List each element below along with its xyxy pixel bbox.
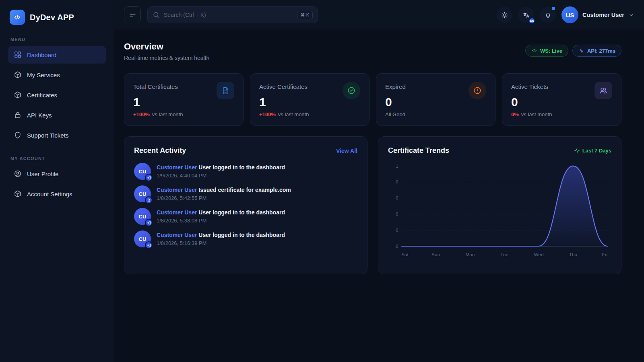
activity-user: Customer User	[157, 232, 197, 238]
avatar-initials: CU	[139, 191, 147, 197]
search-box[interactable]: ⌘ K	[147, 6, 318, 23]
shield-icon	[14, 131, 22, 139]
notifications-button[interactable]	[540, 7, 556, 23]
view-all-link[interactable]: View All	[336, 148, 357, 154]
activity-item[interactable]: CU Customer User User logged in to the d…	[134, 230, 357, 247]
code-logo-icon	[10, 10, 25, 25]
theme-toggle-button[interactable]	[496, 7, 512, 23]
activity-item[interactable]: CU Customer User User logged in to the d…	[134, 163, 357, 180]
stat-delta: 0%	[511, 111, 519, 117]
svg-text:Thu: Thu	[569, 252, 577, 257]
activity-item[interactable]: CU Customer User User logged in to the d…	[134, 208, 357, 225]
activity-action: User logged in to the dashboard	[198, 209, 285, 216]
trends-title: Certificate Trends	[388, 146, 449, 155]
stat-card-expired: Expired 0 All Good	[376, 73, 495, 126]
cube-icon	[14, 71, 22, 79]
stats-row: Total Certificates 1 +100% vs last month…	[124, 73, 621, 126]
stat-card-active-certificates: Active Certificates 1 +100% vs last mont…	[250, 73, 369, 126]
menu-section-label: MENU	[10, 37, 103, 42]
stat-delta-suffix: All Good	[385, 111, 405, 117]
svg-text:Fri: Fri	[602, 252, 608, 257]
trend-chart: 100000SatSunMonTueWedThuFri	[388, 160, 611, 259]
sidebar-item-support-tickets[interactable]: Support Tickets	[8, 126, 106, 144]
stat-value: 1	[133, 95, 234, 109]
page-header: Overview Real-time metrics & system heal…	[124, 41, 621, 61]
menu-toggle-button[interactable]	[124, 6, 141, 23]
sidebar: DyDev APP MENU Dashboard My Services Ce	[0, 0, 114, 362]
activity-list: CU Customer User User logged in to the d…	[134, 163, 357, 247]
recent-activity-title: Recent Activity	[134, 146, 186, 155]
main-nav: Dashboard My Services Certificates API K…	[8, 46, 106, 144]
trends-legend: Last 7 Days	[574, 148, 611, 154]
avatar: CU	[134, 208, 151, 225]
stat-label: Total Certificates	[133, 82, 178, 90]
stat-card-active-tickets: Active Tickets 0 0% vs last month	[502, 73, 621, 126]
app-root: DyDev APP MENU Dashboard My Services Ce	[0, 0, 644, 362]
pulse-icon	[578, 48, 584, 54]
sidebar-item-api-keys[interactable]: API Keys	[8, 106, 106, 124]
sidebar-item-certificates[interactable]: Certificates	[8, 86, 106, 104]
notification-dot	[552, 7, 555, 10]
stat-label: Active Certificates	[259, 82, 308, 90]
page-subtitle: Real-time metrics & system health	[124, 55, 209, 61]
user-name: Customer User	[582, 12, 624, 18]
status-pills: WS: Live API: 277ms	[525, 45, 621, 57]
stat-value: 0	[385, 95, 486, 109]
stat-value: 0	[511, 95, 612, 109]
ws-status-label: WS: Live	[540, 48, 562, 54]
lock-icon	[14, 111, 22, 119]
language-button[interactable]: EN	[518, 7, 534, 23]
sidebar-item-label: My Services	[27, 72, 60, 78]
svg-text:Wed: Wed	[534, 252, 544, 257]
sidebar-item-dashboard[interactable]: Dashboard	[8, 46, 106, 64]
app-logo[interactable]: DyDev APP	[8, 10, 106, 25]
login-icon	[145, 241, 153, 249]
stat-delta-suffix: vs last month	[152, 111, 183, 117]
wifi-icon	[531, 48, 537, 54]
svg-text:Tue: Tue	[500, 252, 508, 257]
activity-action: User logged in to the dashboard	[198, 232, 285, 238]
stat-delta: +100%	[133, 111, 150, 117]
sidebar-item-user-profile[interactable]: User Profile	[8, 165, 106, 183]
bell-icon	[544, 11, 552, 19]
sidebar-item-label: Certificates	[27, 92, 57, 99]
sun-icon	[501, 11, 508, 19]
topbar: ⌘ K EN	[114, 0, 644, 30]
pulse-icon	[574, 148, 580, 154]
sidebar-item-my-services[interactable]: My Services	[8, 66, 106, 84]
api-status-badge[interactable]: API: 277ms	[572, 45, 621, 57]
account-section-label: MY ACCOUNT	[10, 156, 103, 161]
sidebar-item-label: User Profile	[27, 171, 58, 177]
user-menu[interactable]: US Customer User	[561, 6, 634, 23]
page-content: Overview Real-time metrics & system heal…	[114, 30, 644, 362]
activity-time: 1/8/2026, 5:38:08 PM	[157, 218, 285, 224]
certificate-trends-card: Certificate Trends Last 7 Days	[378, 136, 621, 274]
sidebar-item-account-settings[interactable]: Account Settings	[8, 185, 106, 203]
activity-user: Customer User	[157, 164, 197, 171]
trends-legend-label: Last 7 Days	[582, 148, 611, 154]
search-input[interactable]	[164, 12, 293, 18]
search-icon	[153, 11, 160, 19]
user-circle-icon	[14, 170, 22, 178]
chevron-down-icon	[628, 12, 634, 18]
activity-user: Customer User	[157, 209, 197, 216]
hamburger-icon	[129, 11, 136, 19]
stat-delta: +100%	[259, 111, 276, 117]
sidebar-item-label: API Keys	[27, 112, 52, 119]
ws-status-badge[interactable]: WS: Live	[525, 45, 568, 57]
translate-icon	[522, 11, 530, 19]
avatar-initials: CU	[139, 236, 147, 242]
topbar-actions: EN US Customer User	[496, 6, 634, 23]
cube-icon	[14, 91, 22, 99]
sidebar-item-label: Support Tickets	[27, 132, 68, 139]
stat-delta-suffix: vs last month	[278, 111, 309, 117]
avatar: CU	[134, 185, 151, 202]
stat-label: Expired	[385, 82, 406, 90]
activity-action: Issued certificate for example.com	[198, 187, 291, 193]
panels-row: Recent Activity View All CU	[124, 136, 621, 274]
svg-text:0: 0	[396, 228, 398, 232]
avatar: CU	[134, 230, 151, 247]
activity-item[interactable]: CU Customer User Issued certificate for …	[134, 185, 357, 202]
activity-time: 1/8/2026, 5:16:39 PM	[157, 240, 285, 246]
stat-label: Active Tickets	[511, 82, 548, 90]
